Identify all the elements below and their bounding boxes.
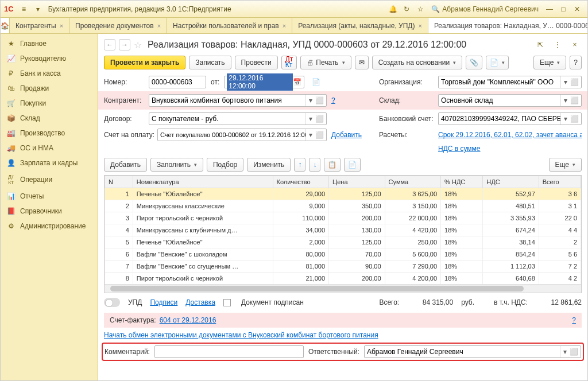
edi-link[interactable]: Начать обмен электронными документами с … [104,331,378,339]
tab-close-icon[interactable]: × [418,22,421,29]
counterparty-field[interactable]: Внуковский комбинат бортового питания▾⬜ [149,94,327,107]
chevron-down-icon[interactable]: ▾ [560,95,570,106]
sidebar-item-operations[interactable]: ДтКтОперации [1,170,98,189]
dtkt-button[interactable]: ДтКт [281,56,297,69]
move-up-button[interactable]: ↑ [294,158,305,172]
tab-0[interactable]: Контрагенты× [10,18,69,33]
sf-link[interactable]: 604 от 29.12.2016 [160,316,216,324]
org-field[interactable]: Торговый дом "Комплексный" ООО▾⬜ [438,76,582,88]
chevron-down-icon[interactable]: ▾ [560,113,570,125]
tab-close-icon[interactable]: × [60,22,63,29]
chevron-down-icon[interactable]: ▾ [560,76,570,88]
table-edit-button[interactable]: Изменить [247,158,291,172]
chevron-down-icon[interactable]: ▾ [560,346,569,357]
mail-button[interactable]: ✉ [355,56,369,69]
chevron-down-icon[interactable]: ▾ [305,95,315,106]
sidebar-item-manager[interactable]: 📈Руководителю [1,51,98,66]
comment-field[interactable] [154,345,304,358]
col-n[interactable]: N [105,176,133,188]
tab-3[interactable]: Реализация (акты, накладные, УПД)× [292,18,428,33]
create-based-button[interactable]: Создать на основании▾ [372,56,463,69]
edi-button[interactable]: 📄▾ [486,56,509,69]
table-row[interactable]: 8Пирог тирольский с черникой21,000200,00… [105,273,581,285]
invoice-field[interactable]: Счет покупателю 0000-000602 от 19.12.201… [157,129,327,141]
tab-close-icon[interactable]: × [283,22,286,29]
calendar-icon[interactable]: 📅 [293,78,302,86]
col-qty[interactable]: Количество [273,176,329,188]
table-row[interactable]: 5Печенье "Юбилейное"2,000125,00250,0018%… [105,236,581,248]
forward-button[interactable]: → [119,39,130,50]
table-pick-button[interactable]: Подбор [207,158,243,172]
delivery-link[interactable]: Доставка [185,298,215,306]
table-add-button[interactable]: Добавить [104,158,147,172]
upd-toggle[interactable] [104,298,120,307]
sidebar-item-bank[interactable]: ₽Банк и касса [1,66,98,81]
date-field[interactable]: 29.12.2016 12:00:00📅 [224,76,304,88]
sidebar-item-purchases[interactable]: 🛒Покупки [1,96,98,111]
horizontal-scrollbar[interactable] [104,285,582,293]
sidebar-item-warehouse[interactable]: 📦Склад [1,111,98,126]
sidebar-item-salary[interactable]: 👤Зарплата и кадры [1,155,98,170]
sidebar-item-reports[interactable]: 📊Отчеты [1,189,98,204]
open-icon[interactable]: ⬜ [315,96,324,104]
minimize-icon[interactable]: — [543,3,556,15]
table-fill-button[interactable]: Заполнить▾ [150,158,203,172]
dropdown-icon[interactable]: ▾ [32,3,44,15]
counterparty-help-link[interactable]: ? [331,96,335,104]
menu-dots-icon[interactable]: ⋮ [551,38,564,51]
close-doc-icon[interactable]: × [568,38,581,51]
col-total[interactable]: Всего [539,176,581,188]
doc-signed-checkbox[interactable] [223,299,231,306]
col-vat[interactable]: НДС [483,176,539,188]
vat-link[interactable]: НДС в сумме [438,145,582,153]
bank-field[interactable]: 40702810399994349242, ПАО СБЕРБАНК▾⬜ [438,112,582,125]
close-icon[interactable]: ✕ [571,3,583,15]
table-more-button[interactable]: Еще▾ [549,158,582,172]
back-button[interactable]: ← [104,39,115,50]
responsible-field[interactable]: Абрамов Геннадий Сергеевич▾⬜ [364,345,581,358]
table-row[interactable]: 7Вафли "Венские" со сгущенным …81,00090,… [105,261,581,273]
expand-icon[interactable]: ⇱ [534,38,547,51]
open-icon[interactable]: ⬜ [570,78,579,86]
post-button[interactable]: Провести [235,56,278,69]
move-down-button[interactable]: ↓ [309,158,320,172]
sidebar-item-sales[interactable]: 🛍Продажи [1,81,98,96]
sidebar-item-production[interactable]: 🏭Производство [1,126,98,141]
table-row[interactable]: 6Вафли "Венские" с шоколадом80,00070,005… [105,248,581,261]
col-name[interactable]: Номенклатура [133,176,273,188]
post-close-button[interactable]: Провести и закрыть [104,56,185,69]
star-icon[interactable]: ☆ [414,3,427,15]
print-button[interactable]: 🖨 Печать▾ [300,56,351,69]
col-sum[interactable]: Сумма [385,176,441,188]
table-row[interactable]: 1Печенье "Юбилейное"29,000125,003 625,00… [105,188,581,200]
more-button[interactable]: Еще▾ [533,56,566,69]
table-row[interactable]: 2Миникруассаны классические9,000350,003 … [105,200,581,212]
sidebar-item-main[interactable]: ★Главное [1,36,98,51]
col-price[interactable]: Цена [329,176,385,188]
open-icon[interactable]: ⬜ [315,115,324,123]
sidebar-item-catalogs[interactable]: 📕Справочники [1,204,98,219]
bell-icon[interactable]: 🔔 [386,3,399,15]
help-button[interactable]: ? [570,56,582,69]
open-icon[interactable]: ⬜ [315,131,324,139]
open-icon[interactable]: ⬜ [570,96,579,104]
calc-link[interactable]: Срок 29.12.2016, 62.01, 62.02, зачет ава… [438,131,582,139]
sidebar-item-assets[interactable]: 🚚ОС и НМА [1,141,98,155]
paste-button[interactable]: 📄 [344,158,361,172]
history-icon[interactable]: ↻ [400,3,413,15]
tab-4[interactable]: Реализация товаров: Накладная, У… 0000-0… [428,18,588,33]
favorite-icon[interactable]: ☆ [134,40,142,50]
attach-button[interactable]: 📎 [466,56,482,69]
sidebar-item-admin[interactable]: ⚙Администрирование [1,219,98,234]
tab-1[interactable]: Проведение документов× [69,18,167,33]
header-search[interactable]: 🔍 Абрамов Геннадий Сергеевич [427,3,543,15]
warehouse-field[interactable]: Основной склад▾⬜ [438,94,582,107]
tab-close-icon[interactable]: × [157,22,161,29]
sf-help-link[interactable]: ? [572,316,576,324]
copy-button[interactable]: 📋 [324,158,341,172]
write-button[interactable]: Записать [189,56,231,69]
menu-icon[interactable]: ≡ [18,3,30,15]
signs-link[interactable]: Подписи [150,298,177,306]
open-icon[interactable]: ⬜ [569,348,578,356]
chevron-down-icon[interactable]: ▾ [305,129,315,141]
